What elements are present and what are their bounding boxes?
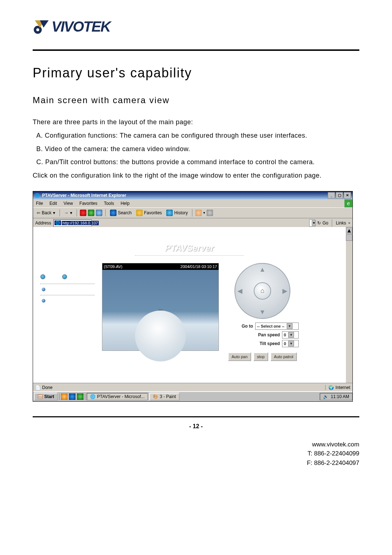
tilt-up-button[interactable]: ▲: [259, 266, 266, 274]
quick-launch: [59, 393, 85, 400]
clock: 11:10 AM: [331, 394, 349, 399]
video-overlay-left: (ST09-AV): [104, 264, 122, 269]
go-icon: ↻: [317, 220, 321, 226]
address-bar: Address 🌐http://192.168.0.107 ▼ ↻Go Link…: [33, 218, 352, 228]
forward-icon: →: [64, 210, 69, 215]
goto-label: Go to: [242, 324, 253, 329]
maximize-button[interactable]: ▢: [336, 192, 343, 199]
back-icon: ⇦: [37, 210, 40, 215]
close-button[interactable]: ✕: [344, 192, 351, 199]
start-label: Start: [44, 394, 54, 399]
favorites-label: Favorites: [144, 210, 162, 215]
favorites-button[interactable]: Favorites: [135, 209, 163, 217]
refresh-icon[interactable]: [88, 210, 94, 216]
page-heading: Primary user's capability: [33, 65, 359, 81]
brand-logo: VIVOTEK: [33, 18, 359, 35]
go-button[interactable]: ↻Go: [317, 220, 328, 226]
auto-pan-button[interactable]: Auto pan: [228, 352, 251, 361]
address-value: http://192.168.0.107: [62, 221, 99, 225]
menu-help[interactable]: Help: [121, 201, 130, 206]
links-label[interactable]: Links: [336, 220, 346, 226]
chevron-down-icon: ▾: [203, 211, 205, 215]
back-label: Back: [42, 210, 52, 215]
minimize-button[interactable]: _: [328, 192, 335, 199]
page-status-icon: 📄: [35, 385, 41, 390]
section-heading: Main screen with camera view: [33, 95, 359, 105]
chevron-down-icon: ▼: [288, 332, 294, 338]
scroll-thumb[interactable]: [346, 234, 352, 241]
home-button[interactable]: ⌂: [254, 282, 271, 300]
history-button[interactable]: History: [165, 209, 189, 217]
pan-right-button[interactable]: ▶: [282, 287, 287, 295]
footer: www.vivotek.com T: 886-2-22404099 F: 886…: [33, 440, 359, 468]
dome-shape: [135, 311, 186, 361]
address-label: Address: [35, 220, 51, 226]
right-panel: ▲ ▼ ◀ ▶ ⌂ Go to -- Select one --▼ Pan sp…: [226, 263, 299, 361]
digital-output-label: Digital Output: [40, 265, 95, 271]
address-input[interactable]: 🌐http://192.168.0.107: [53, 219, 92, 227]
separator: [105, 209, 106, 216]
pan-tilt-pad: ▲ ▼ ◀ ▶ ⌂: [234, 263, 290, 319]
goto-select[interactable]: -- Select one --▼: [255, 323, 299, 330]
quick-launch-icon[interactable]: [77, 393, 83, 400]
menu-edit[interactable]: Edit: [49, 201, 57, 206]
windows-taskbar: 🪟Start 🌐PTAVServer - Microsof... 🎨3 - Pa…: [33, 391, 352, 401]
footer-tel: T: 886-2-22404099: [33, 449, 359, 458]
search-button[interactable]: Search: [109, 209, 133, 217]
mail-icon[interactable]: [195, 210, 202, 216]
tilt-down-button[interactable]: ▼: [259, 308, 266, 316]
chevron-right-icon: »: [348, 221, 350, 225]
pan-speed-value: 0: [284, 333, 286, 337]
separator: [60, 209, 60, 216]
chevron-down-icon: ▾: [53, 210, 55, 215]
bullet-icon: [42, 299, 45, 303]
off-label: OFF: [72, 274, 81, 279]
home-icon[interactable]: [96, 210, 102, 216]
separator: [192, 209, 192, 216]
forward-button[interactable]: →▾: [63, 210, 74, 216]
client-settings-label: Client Settings: [48, 287, 79, 292]
menu-file[interactable]: File: [36, 201, 43, 206]
print-icon[interactable]: [207, 210, 213, 216]
ie-icon: 🌐: [90, 394, 95, 399]
back-button[interactable]: ⇦Back▾: [35, 210, 57, 216]
page-content: PTAVServer Digital Output ON OFF Client …: [33, 227, 346, 387]
quick-launch-icon[interactable]: [69, 393, 75, 400]
stop-icon[interactable]: [80, 210, 86, 216]
left-panel: Digital Output ON OFF Client Settings Co…: [40, 263, 95, 361]
auto-patrol-button[interactable]: Auto patrol: [270, 352, 297, 361]
address-dropdown[interactable]: ▼: [309, 219, 315, 227]
start-button[interactable]: 🪟Start: [34, 393, 58, 401]
logo-text: VIVOTEK: [52, 19, 110, 35]
menu-bar: File Edit View Favorites Tools Help e: [33, 199, 352, 207]
footer-url: www.vivotek.com: [33, 440, 359, 449]
pan-left-button[interactable]: ◀: [237, 287, 242, 295]
menu-view[interactable]: View: [64, 201, 73, 206]
menu-tools[interactable]: Tools: [104, 201, 114, 206]
tray-icon[interactable]: 🔊: [323, 394, 328, 399]
camera-video: (ST09-AV) 2004/01/18 03:10:17: [102, 263, 219, 351]
header-rule: [33, 49, 359, 51]
quick-launch-icon[interactable]: [61, 393, 68, 400]
radio-on[interactable]: [40, 274, 45, 279]
page-number: - 12 -: [33, 423, 359, 430]
radio-off[interactable]: [62, 274, 67, 279]
history-label: History: [174, 210, 188, 215]
stop-button[interactable]: stop: [253, 352, 268, 361]
ie-throbber-icon: e: [344, 199, 352, 207]
list-item: C. Pan/Tilt control buttons: the buttons…: [33, 157, 359, 167]
taskbar-item-paint[interactable]: 🎨3 - Paint: [149, 393, 180, 401]
scroll-up-button[interactable]: ▲: [346, 227, 352, 234]
pan-speed-select[interactable]: 0▼: [282, 331, 299, 339]
separator: [332, 219, 332, 227]
configuration-label: Configuration: [48, 298, 77, 303]
paint-icon: 🎨: [153, 394, 158, 399]
go-label: Go: [322, 220, 328, 226]
configuration-link[interactable]: Configuration: [40, 295, 95, 306]
vertical-scrollbar[interactable]: ▲: [346, 227, 352, 387]
menu-favorites[interactable]: Favorites: [79, 201, 97, 206]
client-settings-link[interactable]: Client Settings: [40, 284, 95, 295]
internet-zone-icon: 🌍: [328, 385, 334, 390]
tilt-speed-select[interactable]: 0▼: [282, 340, 299, 347]
taskbar-item-ie[interactable]: 🌐PTAVServer - Microsof...: [87, 393, 148, 400]
